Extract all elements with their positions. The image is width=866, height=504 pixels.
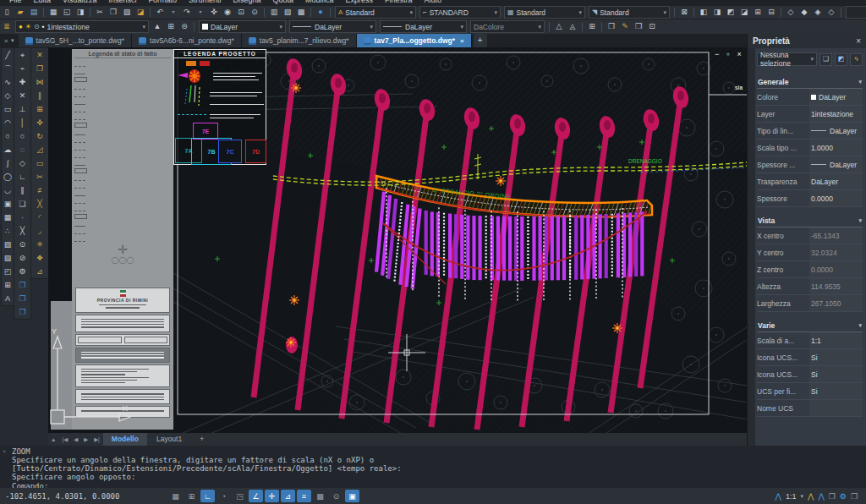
menu-visualizza[interactable]: Visualizza [57, 0, 102, 6]
tool-construction-line[interactable]: ⌒ [2, 62, 14, 75]
selection-combo[interactable]: Nessuna selezione ▾ [757, 52, 817, 66]
status-toggle-grid[interactable]: ▦ [168, 490, 183, 502]
model-up-icon[interactable]: ▲ [48, 436, 58, 442]
menu-inserisci[interactable]: Inserisci [102, 0, 142, 6]
tool-copy[interactable]: ❐ [31, 62, 48, 75]
tool-region[interactable]: ◰ [2, 265, 14, 278]
color-combo[interactable]: DaLayer▾ [199, 20, 286, 33]
tool-intersection[interactable]: ✕ [14, 89, 30, 102]
tool-ortho-snap[interactable]: ∟ [14, 170, 30, 184]
tool-line[interactable]: ╱ [2, 48, 14, 62]
qnew-icon[interactable]: ▯ [0, 7, 14, 18]
lineweight-combo[interactable]: DaLayer▾ [380, 20, 467, 33]
property-value[interactable]: 114.9535 [809, 278, 863, 294]
tool-scale[interactable]: ◿ [31, 143, 48, 156]
tool-extension[interactable]: │ [14, 116, 30, 129]
tool-make-block[interactable]: ▦ [2, 211, 14, 224]
tool-offset[interactable]: ∥ [31, 89, 48, 102]
tool-mirror[interactable]: ⋈ [31, 75, 48, 89]
tool-polygon[interactable]: ◇ [2, 89, 14, 102]
tool-center[interactable]: ○ [14, 129, 30, 143]
ucs-icon-toggle-icon[interactable]: △ [552, 21, 566, 32]
tool-ellipse-arc[interactable]: ◡ [2, 184, 14, 197]
properties-icon[interactable]: ▥ [267, 7, 281, 18]
section-generale[interactable]: Generale▾ [757, 76, 863, 89]
hamburger-icon[interactable]: ≡ [4, 38, 8, 44]
annotation-scale-value[interactable]: 1:1 [786, 492, 797, 501]
tool-point[interactable]: ∴ [2, 224, 14, 238]
tool-copy-nested[interactable]: ❐ [14, 292, 30, 305]
auto-annotate-icon[interactable]: ⋀ [808, 492, 814, 501]
redo-icon[interactable]: ↷ [180, 7, 194, 18]
tool-apparent-intersection[interactable]: ╳ [14, 224, 30, 238]
file-tab-4[interactable]: tav7_Pla...oggetto.dwg*× [357, 34, 472, 47]
tab-modello[interactable]: Modello [103, 433, 147, 446]
viewport-2-icon[interactable]: ◨ [710, 7, 724, 18]
tool-insert-block[interactable]: ▣ [2, 197, 14, 211]
tab-layout1[interactable]: Layout1 [148, 433, 190, 446]
first-tab-icon[interactable]: |◀ [59, 436, 70, 443]
menu-quota[interactable]: Quota [266, 0, 299, 6]
table-style-combo[interactable]: ▦Standard▾ [504, 6, 585, 19]
drawing-canvas[interactable]: sla2° STRALCIO 2° ORDINEDRENAGGIO Legend… [48, 47, 748, 433]
property-value[interactable]: Si [809, 349, 863, 365]
tool-table[interactable]: ⊞ [2, 278, 14, 292]
property-value[interactable] [809, 400, 863, 416]
status-toggle-osnap[interactable]: ∠ [249, 490, 263, 502]
viewport-3-icon[interactable]: ◩ [724, 7, 737, 18]
properties-scrollbar[interactable] [748, 48, 755, 446]
quick-select-icon[interactable]: ϟ [850, 53, 863, 66]
tool-properties-match[interactable]: ⊿ [31, 265, 48, 278]
workspace-combo[interactable]: ▾ [846, 6, 866, 19]
minimize-icon[interactable]: − [715, 50, 719, 58]
last-tab-icon[interactable]: ▶| [91, 436, 102, 443]
file-tab-menu[interactable]: ≡▾ [0, 34, 19, 47]
clean-screen-icon[interactable]: ❒ [851, 492, 858, 501]
property-value[interactable]: DaLayer [809, 156, 863, 173]
layer-previous-icon[interactable]: ⊞ [164, 21, 178, 32]
text-style-combo[interactable]: AStandard▾ [335, 6, 416, 19]
new-drawing-tab-button[interactable]: + [474, 34, 487, 47]
property-value[interactable]: Si [809, 383, 863, 399]
add-layout-button[interactable]: + [191, 433, 212, 446]
tool-rectangle[interactable]: ▭ [2, 102, 14, 116]
menu-formato[interactable]: Formato [142, 0, 183, 6]
edit-block-icon[interactable]: ✎ [618, 21, 632, 32]
render-sphere-icon[interactable]: ● [314, 7, 327, 18]
sheet-set-icon[interactable]: ⊞ [585, 21, 599, 32]
design-center-icon[interactable]: ▧ [281, 7, 294, 18]
tool-trim[interactable]: ✂ [31, 170, 48, 184]
status-toggle-dynamic-input[interactable]: ⊿ [281, 490, 295, 502]
status-toggle-otrack[interactable]: ✛ [265, 490, 279, 502]
menu-modifica[interactable]: Modifica [299, 0, 340, 6]
pan-icon[interactable]: ✜ [207, 7, 221, 18]
tool-multiline-text[interactable]: A [2, 292, 14, 305]
tool-arc[interactable]: ◠ [2, 116, 14, 129]
layer-states-icon[interactable]: ⊜ [178, 21, 191, 32]
visual-style-4-icon[interactable]: ◇ [825, 7, 838, 18]
status-toggle-transparency[interactable]: ▩ [313, 490, 327, 502]
quick-properties-icon[interactable]: ❏ [819, 53, 832, 66]
tool-palettes-icon[interactable]: ▩ [294, 7, 308, 18]
menu-disegna[interactable]: Disegna [227, 0, 266, 6]
property-value[interactable]: DaLayer [809, 123, 863, 139]
file-tab-3[interactable]: tav5_planim...7_rilievo.dwg* [242, 34, 357, 47]
tool-join[interactable]: ◜ [31, 211, 48, 224]
annotation-scale-icon[interactable]: ⋀ [776, 492, 781, 501]
undo-dropdown-icon[interactable]: ▾ [167, 7, 180, 18]
plot-icon[interactable]: ▦ [47, 7, 60, 18]
next-tab-icon[interactable]: ▶ [81, 436, 90, 443]
restore-icon[interactable]: ▫ [726, 50, 729, 58]
plot-style-combo[interactable]: DaColore▾ [470, 20, 545, 33]
undo-icon[interactable]: ↶ [153, 7, 167, 18]
viewport-4-icon[interactable]: ◪ [737, 7, 751, 18]
block-editor-icon[interactable]: ❒ [632, 21, 645, 32]
status-toggle-snap[interactable]: ⊞ [184, 490, 199, 502]
prev-tab-icon[interactable]: ◀ [71, 436, 80, 443]
match-properties-icon[interactable]: ◪ [134, 7, 147, 18]
layout-sheet-icon[interactable]: ❐ [829, 492, 836, 501]
tool-fillet[interactable]: ✳ [31, 238, 48, 251]
property-value[interactable]: 32.0324 [809, 244, 863, 260]
tool-node[interactable]: ◌ [14, 143, 30, 156]
annotation-visibility-icon[interactable]: ⋀ [818, 492, 824, 501]
